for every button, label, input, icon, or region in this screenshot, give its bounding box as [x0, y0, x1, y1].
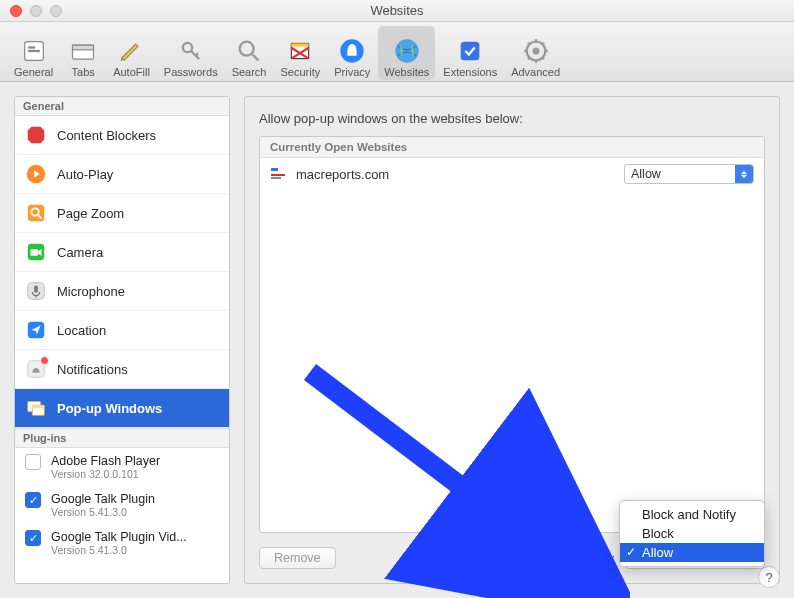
preferences-window: Websites General Tabs AutoFill Passwords	[0, 0, 794, 598]
privacy-icon	[337, 36, 367, 66]
stop-icon	[25, 124, 47, 146]
sidebar-item-popup-windows[interactable]: Pop-up Windows	[15, 389, 229, 428]
svg-rect-33	[271, 174, 285, 176]
sidebar-section-general: General	[15, 97, 229, 116]
website-list-header: Currently Open Websites	[260, 137, 764, 158]
toolbar: General Tabs AutoFill Passwords Search	[0, 22, 794, 82]
svg-rect-12	[461, 41, 480, 60]
sidebar-item-notifications[interactable]: Notifications	[15, 350, 229, 389]
sidebar-item-label: Pop-up Windows	[57, 401, 162, 416]
sidebar-item-microphone[interactable]: Microphone	[15, 272, 229, 311]
tab-tabs[interactable]: Tabs	[61, 26, 105, 80]
sidebar-item-label: Location	[57, 323, 106, 338]
svg-rect-21	[31, 249, 38, 255]
sidebar-item-label: Camera	[57, 245, 103, 260]
sidebar-section-plugins: Plug-ins	[15, 428, 229, 448]
tab-search[interactable]: Search	[226, 26, 273, 80]
tabs-icon	[68, 36, 98, 66]
svg-point-5	[183, 42, 192, 51]
svg-rect-32	[271, 168, 278, 171]
extensions-icon	[455, 36, 485, 66]
checkbox-icon[interactable]: ✓	[25, 530, 41, 546]
sidebar-item-label: Auto-Play	[57, 167, 113, 182]
svg-rect-2	[28, 46, 35, 48]
sidebar-item-content-blockers[interactable]: Content Blockers	[15, 116, 229, 155]
globe-icon	[392, 36, 422, 66]
plugin-name: Google Talk Plugin Vid...	[51, 530, 219, 544]
svg-rect-24	[34, 286, 38, 293]
svg-rect-30	[32, 405, 44, 408]
website-permission-select[interactable]: Allow	[624, 164, 754, 184]
other-websites-label: When visiting other websites:	[447, 551, 615, 566]
key-icon	[176, 36, 206, 66]
search-icon	[234, 36, 264, 66]
help-button[interactable]: ?	[758, 566, 780, 588]
svg-rect-34	[271, 177, 281, 179]
tab-advanced[interactable]: Advanced	[505, 26, 566, 80]
plugin-name: Adobe Flash Player	[51, 454, 219, 468]
notifications-icon	[25, 358, 47, 380]
website-list: Currently Open Websites macreports.com A…	[259, 136, 765, 533]
gear-icon	[19, 36, 49, 66]
security-icon	[285, 36, 315, 66]
location-icon	[25, 319, 47, 341]
sidebar-item-camera[interactable]: Camera	[15, 233, 229, 272]
advanced-icon	[521, 36, 551, 66]
plugin-row[interactable]: ✓ Google Talk Plugin Vid... Version 5.41…	[15, 524, 229, 562]
tab-privacy[interactable]: Privacy	[328, 26, 376, 80]
plugin-name: Google Talk Plugin	[51, 492, 219, 506]
checkbox-icon[interactable]: ✓	[25, 492, 41, 508]
sidebar-item-label: Notifications	[57, 362, 128, 377]
play-icon	[25, 163, 47, 185]
select-value: Allow	[631, 167, 661, 181]
website-row[interactable]: macreports.com Allow	[260, 158, 764, 190]
tab-passwords[interactable]: Passwords	[158, 26, 224, 80]
plugin-version: Version 5.41.3.0	[51, 544, 219, 556]
sidebar-item-label: Page Zoom	[57, 206, 124, 221]
main-area: General Content Blockers Auto-Play Page …	[0, 82, 794, 598]
svg-point-10	[350, 44, 355, 49]
right-panel: Allow pop-up windows on the websites bel…	[244, 96, 780, 584]
plugin-row[interactable]: ✓ Google Talk Plugin Version 5.41.3.0	[15, 486, 229, 524]
sidebar-item-label: Content Blockers	[57, 128, 156, 143]
svg-rect-4	[73, 45, 94, 50]
chevron-updown-icon	[735, 165, 753, 183]
autofill-icon	[116, 36, 146, 66]
svg-rect-1	[28, 49, 40, 51]
plugin-version: Version 5.41.3.0	[51, 506, 219, 518]
svg-point-11	[395, 39, 418, 62]
plugin-row[interactable]: Adobe Flash Player Version 32.0.0.101	[15, 448, 229, 486]
svg-rect-8	[292, 43, 309, 46]
sidebar-item-autoplay[interactable]: Auto-Play	[15, 155, 229, 194]
dropdown-menu: Block and Notify Block Allow	[619, 500, 765, 567]
plugin-version: Version 32.0.0.101	[51, 468, 219, 480]
tab-autofill[interactable]: AutoFill	[107, 26, 156, 80]
right-caption: Allow pop-up windows on the websites bel…	[259, 111, 765, 126]
website-name: macreports.com	[296, 167, 614, 182]
titlebar: Websites	[0, 0, 794, 22]
checkbox-icon[interactable]	[25, 454, 41, 470]
tab-extensions[interactable]: Extensions	[437, 26, 503, 80]
tab-general[interactable]: General	[8, 26, 59, 80]
popup-icon	[25, 397, 47, 419]
svg-point-6	[240, 41, 254, 55]
sidebar: General Content Blockers Auto-Play Page …	[14, 96, 230, 584]
svg-marker-15	[28, 127, 45, 144]
remove-button[interactable]: Remove	[259, 547, 336, 569]
dropdown-item[interactable]: Block and Notify	[620, 505, 764, 524]
dropdown-item[interactable]: Block	[620, 524, 764, 543]
tab-websites[interactable]: Websites	[378, 26, 435, 80]
dropdown-item[interactable]: Allow	[620, 543, 764, 562]
favicon-icon	[270, 166, 286, 182]
sidebar-item-label: Microphone	[57, 284, 125, 299]
tab-security[interactable]: Security	[274, 26, 326, 80]
svg-rect-18	[28, 205, 45, 222]
svg-point-14	[532, 47, 539, 54]
microphone-icon	[25, 280, 47, 302]
sidebar-item-location[interactable]: Location	[15, 311, 229, 350]
camera-icon	[25, 241, 47, 263]
zoom-square-icon	[25, 202, 47, 224]
window-title: Websites	[0, 3, 794, 18]
sidebar-item-page-zoom[interactable]: Page Zoom	[15, 194, 229, 233]
